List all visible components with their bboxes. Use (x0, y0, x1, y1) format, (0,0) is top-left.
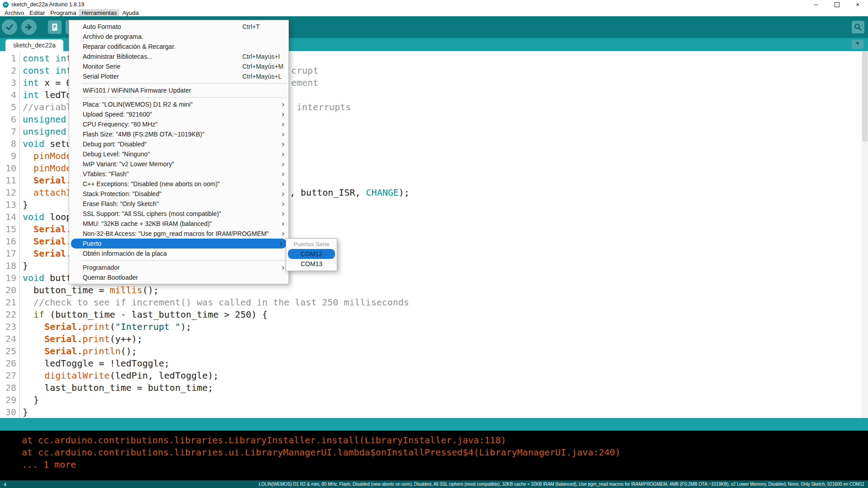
menu-item-obtén-información-de-la-placa[interactable]: Obtén información de la placa (69, 249, 288, 258)
menu-item-administrar-bibliotecas[interactable]: Administrar Bibliotecas...Ctrl+Mayús+I (69, 52, 288, 61)
minimize-button[interactable] (806, 0, 826, 9)
arrow-right-icon (24, 22, 34, 32)
submenu-arrow-icon: › (282, 189, 284, 198)
code-line-30[interactable]: 30} (0, 406, 868, 418)
serial-monitor-button[interactable] (852, 21, 864, 33)
code-text: //variabl (20, 102, 71, 113)
code-line-27[interactable]: 27 digitalWrite(ledPin, ledToggle); (0, 370, 868, 382)
line-number: 15 (0, 223, 20, 235)
code-text: const int (20, 53, 71, 64)
code-text: } (20, 260, 28, 271)
menubar-item-programa[interactable]: Programa (47, 9, 79, 16)
console-line: at cc.arduino.contributions.libraries.ui… (22, 446, 868, 459)
menubar-item-editar[interactable]: Editar (27, 9, 47, 16)
menu-item-placa[interactable]: Placa: "LOLIN(WEMOS) D1 R2 & mini"› (69, 99, 288, 109)
code-line-20[interactable]: 20 button_time = millis(); (0, 284, 868, 296)
menu-item-mmu[interactable]: MMU: "32KB cache + 32KB IRAM (balanced)"… (69, 219, 288, 229)
code-text: Serial.print("Interrupt "); (20, 321, 191, 332)
menu-item-ssl-support[interactable]: SSL Support: "All SSL ciphers (most comp… (69, 209, 288, 219)
code-line-22[interactable]: 22 if (button_time - last_button_time > … (0, 309, 868, 321)
menu-item-programador[interactable]: Programador› (69, 263, 288, 272)
code-text-right-fragment: ement (291, 77, 318, 89)
line-number: 8 (0, 138, 20, 150)
menu-item-reparar-codificación-recargar[interactable]: Reparar codificación & Recargar. (69, 42, 288, 52)
line-number: 13 (0, 199, 20, 211)
menu-item-wifi101-wifinina-firmware-updater[interactable]: WiFi101 / WiFiNINA Firmware Updater (69, 85, 288, 95)
submenu-arrow-icon: › (282, 219, 284, 228)
tab-sketch[interactable]: sketch_dec22a (5, 39, 63, 51)
menu-item-puerto[interactable]: Puerto› (71, 239, 287, 249)
menu-item-c-exceptions[interactable]: C++ Exceptions: "Disabled (new aborts on… (69, 179, 288, 189)
editor-scrollbar-thumb[interactable] (862, 51, 868, 141)
title-bar: ∞ sketch_dec22a Arduino 1.8.19 ✕ (0, 0, 868, 9)
menubar-item-archivo[interactable]: Archivo (2, 9, 27, 16)
document-icon (50, 22, 60, 32)
menu-item-vtables[interactable]: VTables: "Flash"› (69, 169, 288, 179)
console-line: ... 1 more (22, 459, 868, 471)
menu-item-flash-size[interactable]: Flash Size: "4MB (FS:2MB OTA:~1019KB)"› (69, 129, 288, 139)
maximize-icon (835, 2, 840, 7)
chevron-down-icon (854, 40, 861, 48)
verify-button[interactable] (2, 19, 17, 35)
menu-item-auto-formato[interactable]: Auto FormatoCtrl+T (69, 22, 288, 32)
tools-menu: Auto FormatoCtrl+TArchivo de programa.Re… (69, 20, 289, 284)
code-line-28[interactable]: 28 last_button_time = button_time; (0, 382, 868, 394)
code-line-29[interactable]: 29 } (0, 394, 868, 406)
code-line-21[interactable]: 21 //check to see if increment() was cal… (0, 296, 868, 309)
menu-item-debug-level[interactable]: Debug Level: "Ninguno"› (69, 149, 288, 159)
menu-item-label: Obtén información de la placa (83, 250, 167, 257)
magnifier-icon (853, 22, 863, 32)
menu-item-monitor-serie[interactable]: Monitor SerieCtrl+Mayús+M (69, 61, 288, 71)
menu-item-serial-plotter[interactable]: Serial PlotterCtrl+Mayús+L (69, 71, 288, 81)
maximize-button[interactable] (826, 0, 847, 9)
code-text: } (20, 199, 28, 210)
menu-item-quemar-bootloader[interactable]: Quemar Bootloader (69, 272, 288, 282)
menu-item-archivo-de-programa[interactable]: Archivo de programa. (69, 32, 288, 42)
close-button[interactable]: ✕ (847, 0, 868, 9)
code-text: pinMode (20, 163, 71, 174)
code-text: button_time = millis(); (20, 285, 159, 296)
menu-shortcut: Ctrl+T (242, 23, 260, 30)
code-line-24[interactable]: 24 Serial.print(y++); (0, 333, 868, 345)
code-text: Serial. (20, 236, 71, 247)
menu-item-upload-speed[interactable]: Upload Speed: "921600"› (69, 109, 288, 119)
menu-item-cpu-frequency[interactable]: CPU Frequency: "80 MHz"› (69, 119, 288, 129)
menu-item-erase-flash[interactable]: Erase Flash: "Only Sketch"› (69, 199, 288, 209)
submenu-arrow-icon: › (282, 263, 284, 272)
tab-menu-button[interactable] (852, 40, 863, 49)
menu-item-label: WiFi101 / WiFiNINA Firmware Updater (83, 87, 191, 94)
editor-scrollbar (862, 51, 868, 418)
upload-button[interactable] (21, 19, 37, 35)
menu-item-non-32-bit-access[interactable]: Non-32-Bit Access: "Use pgm_read macros … (69, 229, 288, 239)
code-line-26[interactable]: 26 ledToggle = !ledToggle; (0, 357, 868, 370)
port-com13[interactable]: COM13 (288, 259, 335, 269)
check-icon (5, 22, 14, 32)
menu-item-label: Programador (83, 264, 120, 271)
menu-item-label: Serial Plotter (83, 73, 119, 80)
menubar-item-herramientas[interactable]: Herramientas (79, 9, 119, 16)
code-text: last_button_time = button_time; (20, 382, 213, 393)
new-sketch-button[interactable] (48, 20, 61, 34)
menubar-item-ayuda[interactable]: Ayuda (119, 9, 142, 16)
code-text: attachI (20, 187, 71, 198)
line-number: 29 (0, 394, 20, 406)
menu-item-debug-port[interactable]: Debug port: "Disabled"› (69, 139, 288, 149)
menu-item-label: Debug Level: "Ninguno" (83, 150, 150, 158)
menu-shortcut: Ctrl+Mayús+L (242, 73, 282, 80)
menu-bar: ArchivoEditarProgramaHerramientasAyuda (0, 9, 868, 16)
menu-item-lwip-variant[interactable]: lwIP Variant: "v2 Lower Memory"› (69, 159, 288, 169)
port-com12[interactable]: COM12 (288, 249, 335, 259)
line-number: 11 (0, 174, 20, 187)
menu-item-label: SSL Support: "All SSL ciphers (most comp… (83, 210, 221, 217)
console-output: at cc.arduino.contributions.libraries.Li… (0, 431, 868, 480)
menu-item-stack-protection[interactable]: Stack Protection: "Disabled"› (69, 189, 288, 199)
code-text: int x = 0 (20, 77, 71, 88)
submenu-arrow-icon: › (282, 159, 284, 169)
code-line-23[interactable]: 23 Serial.print("Interrupt "); (0, 321, 868, 333)
submenu-arrow-icon: › (282, 229, 284, 238)
code-line-25[interactable]: 25 Serial.println(); (0, 345, 868, 357)
line-number: 28 (0, 382, 20, 394)
line-number: 2 (0, 65, 20, 77)
submenu-arrow-icon: › (282, 139, 284, 149)
line-number: 6 (0, 113, 20, 126)
